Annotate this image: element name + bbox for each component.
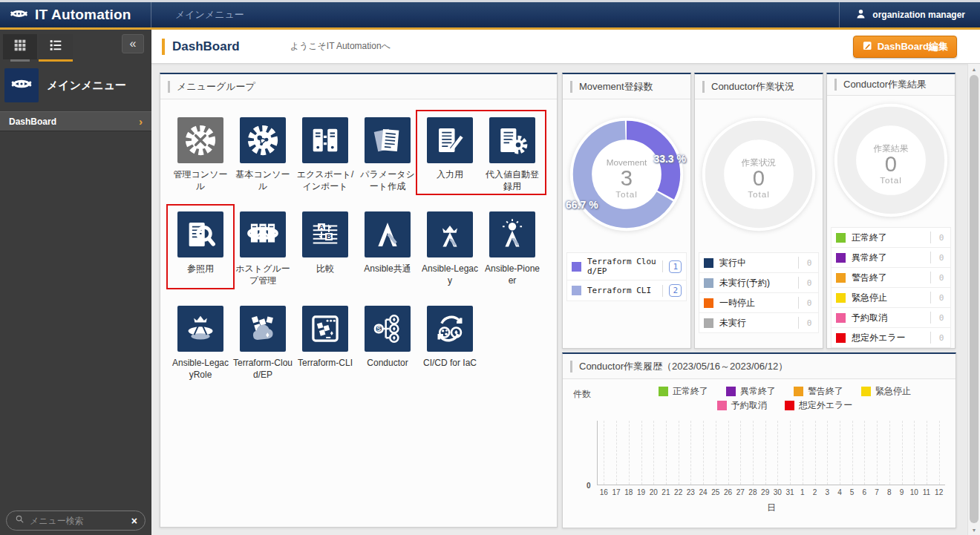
svg-text:3: 3	[621, 165, 633, 190]
legend-count: 0	[937, 293, 946, 303]
menu-group-item[interactable]: SConductor	[356, 306, 419, 381]
legend-color-swatch	[861, 387, 871, 396]
menu-group-header: メニューグループ	[160, 74, 557, 99]
menu-item-label: Ansible共通	[362, 263, 412, 275]
legend-row: Terraform Cloud/EP1	[566, 253, 687, 280]
svg-text:0: 0	[753, 165, 765, 190]
menu-group-item[interactable]: CI/CD for IaC	[419, 306, 481, 381]
menu-group-item[interactable]: エクスポート/インポート	[294, 117, 356, 192]
x-tick-label: 4	[837, 488, 842, 496]
count-badge[interactable]: 2	[669, 284, 682, 297]
topnav-main-menu[interactable]: メインメニュー	[175, 8, 244, 22]
grid-icon	[12, 37, 28, 56]
sidebar-tab-list[interactable]	[39, 34, 73, 59]
host-group-icon	[240, 211, 286, 257]
menu-group-item[interactable]: Ansible-LegacyRole	[169, 306, 232, 381]
sidebar-tab-grid[interactable]	[3, 34, 37, 59]
sidebar-collapse-button[interactable]: «	[122, 34, 144, 53]
panel-title: メニューグループ	[177, 80, 255, 93]
legend-color-swatch	[836, 313, 846, 323]
x-tick-label: 26	[724, 488, 732, 496]
legend-color-swatch	[836, 273, 846, 283]
legend-row: 一時停止0	[699, 293, 819, 313]
menu-group-item[interactable]: Ansible-Pioneer	[481, 211, 543, 286]
gridline	[827, 421, 828, 485]
legend-color-swatch	[659, 387, 668, 396]
sidebar-logo-tile	[4, 68, 39, 102]
legend-row: 実行中0	[699, 253, 819, 273]
movement-panel: Movement登録数 Movement 3 Total 33.3 % 66.7…	[562, 73, 691, 349]
menu-group-item[interactable]: 参照用	[169, 211, 232, 286]
legend-label: 実行中	[719, 257, 792, 268]
scroll-up-arrow[interactable]: ▲	[968, 64, 980, 74]
main-area: DashBoard ようこそIT Automationへ DashBoard編集…	[151, 30, 980, 535]
x-tick-label: 24	[699, 488, 708, 496]
legend-label: 異常終了	[740, 385, 776, 398]
ansible-sun-icon	[489, 211, 535, 257]
menu-group-item[interactable]: Terraform-Cloud/EP	[232, 306, 294, 381]
menu-group-item[interactable]: 基本コンソール	[232, 117, 294, 192]
legend-color-swatch	[704, 318, 713, 328]
legend-label: 未実行	[719, 318, 792, 328]
count-badge[interactable]: 1	[669, 260, 682, 273]
dashboard-edit-button[interactable]: DashBoard編集	[853, 36, 957, 58]
x-tick-label: 30	[774, 488, 782, 496]
menu-group-item[interactable]: 管理コンソール	[169, 117, 232, 192]
x-tick-label: 31	[786, 488, 794, 496]
sidebar-menu-title: メインメニュー	[47, 79, 126, 93]
history-legend-item: 予約取消	[717, 399, 767, 412]
scroll-down-arrow[interactable]: ▼	[968, 525, 980, 535]
menu-group-item[interactable]: Terraform-CLI	[294, 306, 356, 381]
gridline	[939, 421, 940, 485]
user-menu[interactable]: organization manager	[839, 2, 980, 27]
menu-item-label: ホストグループ管理	[232, 263, 294, 286]
gridline	[864, 421, 865, 485]
gridline	[777, 421, 778, 485]
right-column: Movement登録数 Movement 3 Total 33.3 % 66.7…	[562, 73, 956, 528]
menu-item-label: Ansible-Legacy	[419, 263, 481, 286]
svg-text:Total: Total	[880, 175, 902, 185]
menu-group-item[interactable]: Ansible共通	[356, 211, 419, 286]
legend-color-swatch	[572, 286, 581, 295]
menu-item-label: 基本コンソール	[232, 169, 294, 192]
menu-group-item[interactable]: Ansible-Legacy	[419, 211, 481, 286]
legend-color-swatch	[717, 401, 727, 410]
x-tick-label: 2	[813, 488, 817, 496]
menu-search-input[interactable]	[30, 516, 127, 526]
conductor-result-panel: Conductor作業結果 作業結果 0 Total 正常終了0異常終了0警告終…	[826, 73, 956, 349]
vertical-scrollbar: ▲ ▼	[967, 64, 980, 535]
movement-donut-wrap: Movement 3 Total 33.3 % 66.7 %	[563, 99, 690, 249]
x-tick-label: 18	[624, 488, 633, 496]
y-axis-zero: 0	[587, 482, 591, 490]
x-tick-label: 11	[923, 488, 930, 496]
gridline	[666, 421, 667, 485]
x-tick-label: 28	[748, 488, 757, 496]
exastro-eye-icon	[9, 4, 29, 27]
menu-item-label: エクスポート/インポート	[294, 169, 356, 192]
menu-group-item[interactable]: ホストグループ管理	[232, 211, 294, 286]
user-icon	[855, 7, 867, 22]
menu-group-item[interactable]: AB比較	[294, 211, 356, 286]
history-legend-item: 正常終了	[659, 385, 708, 398]
menu-group-item[interactable]: パラメータシート作成	[356, 117, 419, 192]
legend-label: Terraform Cloud/EP	[587, 257, 656, 276]
gridline	[790, 421, 791, 485]
sidebar-item-label: DashBoard	[9, 116, 56, 127]
legend-row: 未実行0	[699, 313, 819, 333]
export-import-icon	[302, 117, 348, 163]
x-tick-label: 8	[887, 488, 892, 496]
console-admin-icon	[177, 117, 223, 163]
sheets-icon	[365, 117, 411, 163]
legend-color-swatch	[836, 253, 846, 263]
compare-icon: AB	[302, 211, 348, 257]
sidebar-item-dashboard[interactable]: DashBoard ›	[0, 111, 151, 131]
legend-count: 0	[805, 318, 814, 328]
history-legend-item: 異常終了	[726, 385, 776, 398]
menu-group-item[interactable]: 入力用	[419, 117, 481, 192]
top-panels: Movement登録数 Movement 3 Total 33.3 % 66.7…	[562, 73, 956, 349]
search-clear-button[interactable]: ×	[131, 515, 137, 527]
cicd-icon	[427, 306, 473, 352]
edit-button-label: DashBoard編集	[878, 40, 948, 53]
scroll-thumb[interactable]	[970, 75, 979, 523]
menu-group-item[interactable]: 代入値自動登録用	[481, 117, 543, 192]
